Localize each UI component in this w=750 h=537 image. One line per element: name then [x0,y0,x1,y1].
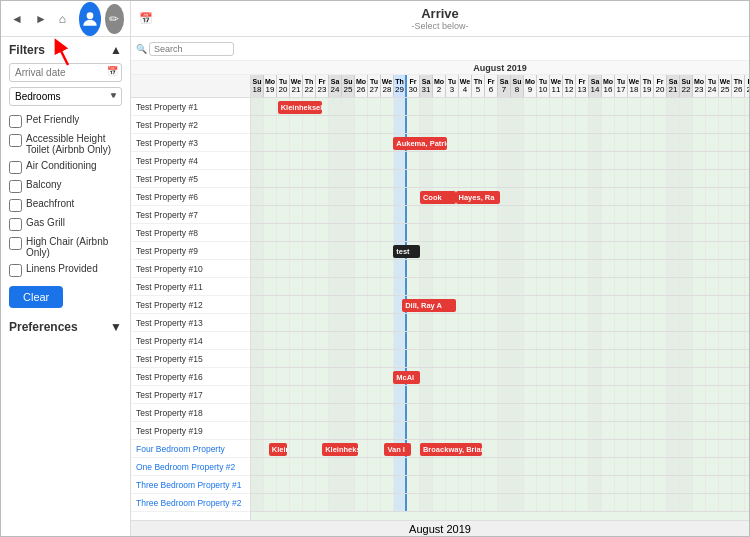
booking-bar[interactable]: Aukema, Patricia [393,137,446,150]
gas-grill-checkbox[interactable] [9,218,22,231]
gantt-row: CookHayes, Ra [251,188,749,206]
back-button[interactable]: ◄ [7,10,27,28]
checkbox-beachfront[interactable]: Beachfront [9,198,122,212]
property-name-row: Test Property #19 [131,422,250,440]
booking-bar[interactable]: Hayes, Ra [456,191,500,204]
checkbox-accessible[interactable]: Accessible Height Toilet (Airbnb Only) [9,133,122,155]
arrival-date-input[interactable] [9,63,122,82]
property-name-row: Test Property #7 [131,206,250,224]
gantt-row: Kleinheksel, Brent [251,98,749,116]
property-name-row: Test Property #2 [131,116,250,134]
days-header: Su18Mo19Tu20We21Th22Fr23Sa24Su25Mo26Tu27… [251,75,749,97]
property-name-row: Test Property #8 [131,224,250,242]
accessible-label: Accessible Height Toilet (Airbnb Only) [26,133,122,155]
right-top-bar: 📅 Arrive -Select below- [131,1,749,37]
left-panel: ◄ ► ⌂ ✏ [1,1,131,536]
gantt-row: Dill, Ray A [251,296,749,314]
property-name-row: Three Bedroom Property #2 [131,494,250,512]
property-name-row: Test Property #5 [131,170,250,188]
pet-friendly-checkbox[interactable] [9,115,22,128]
checkbox-high-chair[interactable]: High Chair (Airbnb Only) [9,236,122,258]
property-names-column: Test Property #1Test Property #2Test Pro… [131,98,251,520]
property-name-row: Test Property #10 [131,260,250,278]
property-name-row: Test Property #3 [131,134,250,152]
property-name-row: Test Property #15 [131,350,250,368]
preferences-chevron[interactable]: ▼ [110,320,122,334]
accessible-checkbox[interactable] [9,134,22,147]
booking-bar[interactable]: Van I [384,443,411,456]
checkbox-gas-grill[interactable]: Gas Grill [9,217,122,231]
property-name-row: Test Property #1 [131,98,250,116]
property-name-row: Test Property #14 [131,332,250,350]
booking-bar[interactable]: McAl [393,371,420,384]
filters-header: Filters ▲ [9,43,122,57]
app-container: ◄ ► ⌂ ✏ [0,0,750,537]
avatar[interactable] [79,2,101,36]
filters-chevron[interactable]: ▲ [110,43,122,57]
checkbox-air-conditioning[interactable]: Air Conditioning [9,160,122,174]
checkbox-balcony[interactable]: Balcony [9,179,122,193]
gantt-row [251,476,749,494]
gantt-row [251,350,749,368]
air-conditioning-checkbox[interactable] [9,161,22,174]
booking-bar[interactable]: Cook [420,191,456,204]
high-chair-label: High Chair (Airbnb Only) [26,236,122,258]
property-name-row: Test Property #18 [131,404,250,422]
gantt-row [251,260,749,278]
gantt-row: Aukema, Patricia [251,134,749,152]
preferences-label: Preferences [9,320,78,334]
property-name-row: Test Property #11 [131,278,250,296]
forward-button[interactable]: ► [31,10,51,28]
booking-bar[interactable]: Kleinheksel, Brent [278,101,322,114]
high-chair-checkbox[interactable] [9,237,22,250]
gantt-row: test [251,242,749,260]
page-title: Arrive [411,6,468,21]
svg-point-0 [86,12,93,19]
search-input[interactable] [149,42,234,56]
clear-button[interactable]: Clear [9,286,63,308]
booking-bar[interactable]: Kleinheks [322,443,358,456]
bedrooms-select[interactable]: Bedrooms [9,87,122,106]
gantt-row [251,170,749,188]
linens-label: Linens Provided [26,263,98,274]
arrival-date-field[interactable]: 📅 [9,63,122,82]
calendar-nav-icon[interactable]: 📅 [139,12,153,25]
gantt-row [251,386,749,404]
booking-bar[interactable]: Dill, Ray A [402,299,455,312]
gantt-row [251,458,749,476]
gantt-row [251,278,749,296]
property-name-row: Test Property #16 [131,368,250,386]
property-name-row: Test Property #9 [131,242,250,260]
title-area: Arrive -Select below- [411,6,468,31]
search-icon: 🔍 [136,44,147,54]
booking-bar[interactable]: Broackway, Brian [420,443,482,456]
linens-checkbox[interactable] [9,264,22,277]
calendar-icon: 📅 [107,66,118,76]
pencil-button[interactable]: ✏ [105,4,124,34]
gantt-footer: August 2019 [131,520,749,536]
property-name-row: Test Property #12 [131,296,250,314]
month-label: August 2019 [251,63,749,73]
checkbox-pet-friendly[interactable]: Pet Friendly [9,114,122,128]
property-name-row: Test Property #4 [131,152,250,170]
gantt-row [251,494,749,512]
pet-friendly-label: Pet Friendly [26,114,79,125]
right-panel: 📅 Arrive -Select below- 🔍 August 2019 Su… [131,1,749,536]
home-button[interactable]: ⌂ [55,10,70,28]
gantt-row [251,422,749,440]
gantt-row [251,314,749,332]
gantt-grid: Kleinheksel, BrentAukema, PatriciaCookHa… [251,98,749,520]
booking-bar[interactable]: test [393,245,420,258]
beachfront-checkbox[interactable] [9,199,22,212]
bedrooms-select-wrap[interactable]: Bedrooms ▼ [9,87,122,106]
balcony-checkbox[interactable] [9,180,22,193]
property-name-row: Test Property #17 [131,386,250,404]
gas-grill-label: Gas Grill [26,217,65,228]
checkbox-linens[interactable]: Linens Provided [9,263,122,277]
gantt-row: KleinKleinheksVan IBroackway, Brian [251,440,749,458]
filters-panel: Filters ▲ 📅 Bedrooms ▼ Pet Friendly Acce… [1,37,130,536]
gantt-row [251,116,749,134]
beachfront-label: Beachfront [26,198,74,209]
booking-bar[interactable]: Klein [269,443,287,456]
search-bar-row: 🔍 [131,37,749,61]
